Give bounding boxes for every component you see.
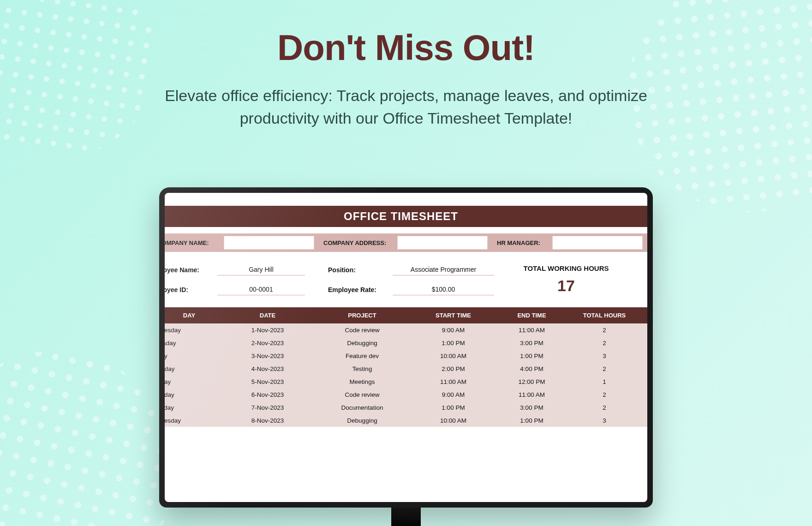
cell-project: Debugging: [311, 336, 413, 349]
cell-day: dnesday: [165, 323, 224, 336]
company-name-input[interactable]: [224, 236, 314, 250]
cell-total: 3: [570, 349, 639, 362]
cell-total: 2: [570, 388, 639, 401]
position-label: Position:: [328, 266, 393, 274]
employee-id-label: ployee ID:: [165, 286, 217, 293]
col-day: DAY: [165, 307, 224, 323]
cell-end: 3:00 PM: [494, 401, 570, 414]
total-working-hours: TOTAL WORKING HOURS 17: [499, 264, 633, 295]
table-row: onday6-Nov-2023Code review9:00 AM11:00 A…: [165, 388, 647, 401]
cell-project: Debugging: [311, 414, 413, 427]
cell-project: Code review: [311, 388, 413, 401]
cell-date: 4-Nov-2023: [224, 362, 311, 375]
table-row: turday4-Nov-2023Testing2:00 PM4:00 PM2: [165, 362, 647, 375]
cell-total: 3: [570, 414, 639, 427]
hero-headline: Don't Miss Out!: [277, 27, 535, 69]
company-address-label: COMPANY ADDRESS:: [319, 233, 397, 252]
cell-project: Feature dev: [311, 349, 413, 362]
position-value[interactable]: Associate Programmer: [393, 264, 494, 275]
cell-start: 10:00 AM: [413, 414, 494, 427]
timesheet-title: OFFICE TIMESHEET: [165, 206, 647, 227]
col-total: TOTAL HOURS: [570, 307, 639, 323]
twh-label: TOTAL WORKING HOURS: [499, 264, 633, 272]
cell-date: 1-Nov-2023: [224, 323, 311, 336]
table-header: DAY DATE PROJECT START TIME END TIME TOT…: [165, 307, 647, 323]
cell-end: 12:00 PM: [494, 375, 570, 388]
monitor-bezel: OFFICE TIMESHEET COMPANY NAME: COMPANY A…: [159, 187, 653, 508]
cell-day: dnesday: [165, 414, 224, 427]
cell-day: onday: [165, 388, 224, 401]
col-end: END TIME: [494, 307, 570, 323]
monitor-stand-neck: [391, 508, 421, 526]
cell-date: 2-Nov-2023: [224, 336, 311, 349]
monitor-mockup: OFFICE TIMESHEET COMPANY NAME: COMPANY A…: [159, 187, 653, 526]
cell-project: Testing: [311, 362, 413, 375]
table-row: nday5-Nov-2023Meetings11:00 AM12:00 PM1: [165, 375, 647, 388]
monitor-screen: OFFICE TIMESHEET COMPANY NAME: COMPANY A…: [165, 193, 647, 502]
employee-id-value[interactable]: 00-0001: [217, 284, 305, 295]
cell-start: 2:00 PM: [413, 362, 494, 375]
cell-end: 4:00 PM: [494, 362, 570, 375]
hr-manager-label: HR MANAGER:: [492, 233, 552, 252]
company-name-label: COMPANY NAME:: [165, 233, 224, 252]
twh-value: 17: [499, 277, 633, 295]
cell-start: 9:00 AM: [413, 388, 494, 401]
cell-end: 11:00 AM: [494, 388, 570, 401]
cell-start: 9:00 AM: [413, 323, 494, 336]
table-row: day3-Nov-2023Feature dev10:00 AM1:00 PM3: [165, 349, 647, 362]
table-row: esday7-Nov-2023Documentation1:00 PM3:00 …: [165, 401, 647, 414]
cell-start: 10:00 AM: [413, 349, 494, 362]
cell-total: 1: [570, 375, 639, 388]
cell-day: ursday: [165, 336, 224, 349]
col-project: PROJECT: [311, 307, 413, 323]
cell-total: 2: [570, 323, 639, 336]
hr-manager-input[interactable]: [552, 236, 643, 250]
employee-name-label: ployee Name:: [165, 266, 217, 274]
employee-name-value[interactable]: Gary Hill: [217, 264, 305, 275]
cell-date: 5-Nov-2023: [224, 375, 311, 388]
company-address-input[interactable]: [397, 236, 488, 250]
cell-date: 7-Nov-2023: [224, 401, 311, 414]
cell-day: esday: [165, 401, 224, 414]
cell-project: Meetings: [311, 375, 413, 388]
cell-day: nday: [165, 375, 224, 388]
employee-rate-value[interactable]: $100.00: [393, 284, 494, 295]
cell-total: 2: [570, 336, 639, 349]
cell-date: 3-Nov-2023: [224, 349, 311, 362]
hero-subhead: Elevate office efficiency: Track project…: [134, 84, 678, 130]
cell-end: 3:00 PM: [494, 336, 570, 349]
cell-total: 2: [570, 362, 639, 375]
col-start: START TIME: [413, 307, 494, 323]
cell-end: 1:00 PM: [494, 414, 570, 427]
cell-date: 6-Nov-2023: [224, 388, 311, 401]
hero-section: Don't Miss Out! Elevate office efficienc…: [0, 0, 812, 130]
table-row: ursday2-Nov-2023Debugging1:00 PM3:00 PM2: [165, 336, 647, 349]
cell-date: 8-Nov-2023: [224, 414, 311, 427]
table-row: dnesday8-Nov-2023Debugging10:00 AM1:00 P…: [165, 414, 647, 427]
cell-project: Code review: [311, 323, 413, 336]
company-meta-row: COMPANY NAME: COMPANY ADDRESS: HR MANAGE…: [165, 233, 647, 252]
cell-day: turday: [165, 362, 224, 375]
cell-end: 11:00 AM: [494, 323, 570, 336]
employee-rate-label: Employee Rate:: [328, 286, 393, 293]
col-date: DATE: [224, 307, 311, 323]
cell-project: Documentation: [311, 401, 413, 414]
table-row: dnesday1-Nov-2023Code review9:00 AM11:00…: [165, 323, 647, 336]
cell-start: 1:00 PM: [413, 336, 494, 349]
employee-info-block: ployee Name: Gary Hill Position: Associa…: [165, 252, 647, 299]
cell-start: 1:00 PM: [413, 401, 494, 414]
cell-total: 2: [570, 401, 639, 414]
cell-day: day: [165, 349, 224, 362]
table-body: dnesday1-Nov-2023Code review9:00 AM11:00…: [165, 323, 647, 427]
cell-start: 11:00 AM: [413, 375, 494, 388]
timesheet-table: DAY DATE PROJECT START TIME END TIME TOT…: [165, 307, 647, 427]
cell-end: 1:00 PM: [494, 349, 570, 362]
